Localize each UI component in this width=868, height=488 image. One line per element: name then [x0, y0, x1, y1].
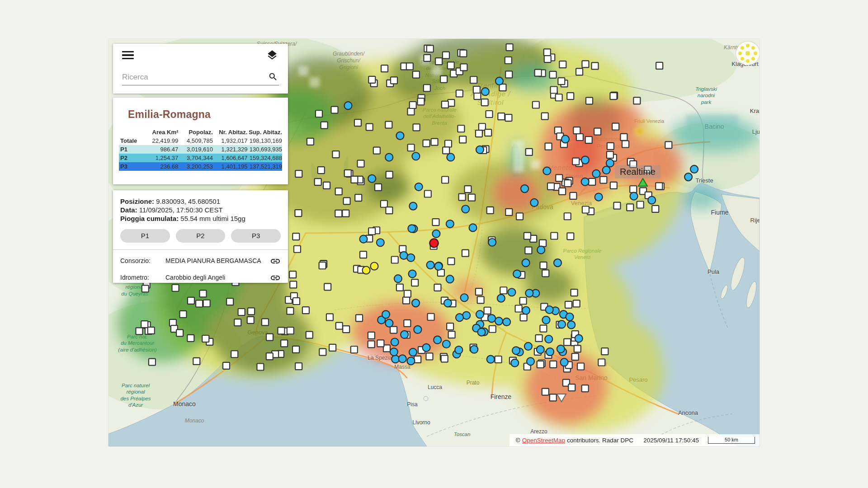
table-row[interactable]: P1986.473,019,6101,321,329130,693,935	[119, 145, 282, 154]
idrometro-value: Carobbio degli Angeli	[165, 274, 270, 282]
station-detail-panel: Posizione: 9.830093, 45.680501 Data: 11/…	[113, 190, 288, 283]
date-line: Data: 11/09/2025, 17:50:30 CEST	[120, 206, 281, 214]
menu-icon[interactable]	[122, 51, 134, 60]
rain-line: Pioggia cumulata: 55.54 mm ultimi 15gg	[120, 214, 281, 223]
table-row[interactable]: P21,254.373,704,3441,606,647159,324,688	[119, 154, 282, 162]
copyright-symbol: ©	[516, 437, 520, 444]
region-title: Emilia-Romagna	[128, 108, 288, 121]
search-input[interactable]	[122, 70, 279, 85]
scale-bar: 50 km	[708, 437, 755, 444]
sidebar-header-panel	[113, 44, 288, 94]
idrometro-row: Idrometro: Carobbio degli Angeli	[120, 272, 281, 283]
region-stats-panel: Emilia-Romagna Area Km²Popolaz.Nr. Abita…	[113, 98, 288, 184]
table-row[interactable]: P3236.683,200,2531,401,195137,521,319	[119, 162, 282, 171]
region-stats-table: Area Km²Popolaz.Nr. Abitaz.Sup. Abitaz.T…	[119, 128, 282, 171]
radar-timestamp: 2025/09/11 17:50:45	[643, 437, 699, 444]
consorzio-link-icon[interactable]	[270, 256, 281, 267]
consorzio-row: Consorzio: MEDIA PIANURA BERGAMASCA	[120, 256, 281, 267]
table-row: Totale22,419.994,509,7851,932,017198,130…	[119, 136, 282, 145]
table-header-row: Area Km²Popolaz.Nr. Abitaz.Sup. Abitaz.	[119, 128, 282, 136]
position-line: Posizione: 9.830093, 45.680501	[120, 197, 281, 206]
idrometro-link-icon[interactable]	[270, 272, 281, 283]
idrometro-label: Idrometro:	[120, 274, 165, 282]
layers-icon[interactable]	[266, 49, 278, 61]
period-button-p2[interactable]: P2	[176, 229, 226, 243]
divider	[113, 249, 288, 250]
consorzio-value: MEDIA PIANURA BERGAMASCA	[165, 257, 270, 265]
map-attribution: © OpenStreetMap contributors. Radar DPC …	[509, 434, 760, 446]
radar-loading-spinner	[736, 42, 760, 65]
period-button-p1[interactable]: P1	[120, 229, 170, 243]
spinner-dots-icon	[736, 42, 760, 65]
period-buttons: P1P2P3	[120, 229, 281, 243]
period-button-p3[interactable]: P3	[231, 229, 281, 243]
osm-link[interactable]: OpenStreetMap	[522, 437, 565, 444]
realtime-chip: Realtime	[615, 165, 660, 178]
attribution-suffix: contributors. Radar DPC	[567, 437, 633, 444]
consorzio-label: Consorzio:	[120, 257, 165, 265]
search-icon[interactable]	[268, 72, 278, 82]
